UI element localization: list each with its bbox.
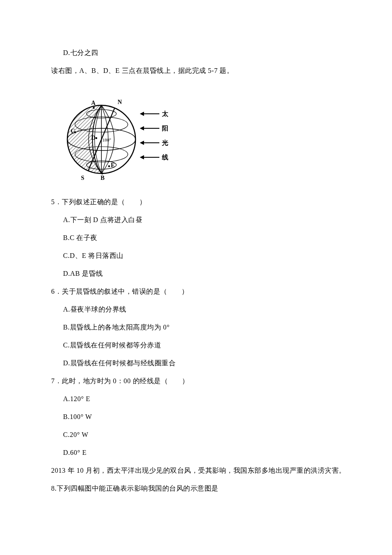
svg-point-10 bbox=[93, 107, 95, 109]
label-A: A bbox=[91, 100, 96, 106]
sunlight-arrows: 太 阳 光 线 bbox=[141, 107, 187, 165]
q5-stem: 5．下列叙述正确的是（ ） bbox=[51, 197, 360, 207]
q5-option-b: B.C 在子夜 bbox=[51, 233, 360, 243]
stem-q8-context: 2013 年 10 月初，西太平洋出现少见的双台风，受其影响，我国东部多地出现严… bbox=[51, 465, 360, 476]
q5-option-d: D.AB 是昏线 bbox=[51, 269, 360, 279]
q8-stem: 8.下列四幅图中能正确表示影响我国的台风的示意图是 bbox=[51, 483, 360, 494]
q7-option-b: B.100° W bbox=[51, 412, 360, 422]
arrow-label-light2: 线 bbox=[162, 153, 168, 162]
q7-stem: 7．此时，地方时为 0：00 的经线是（ ） bbox=[51, 376, 360, 386]
figure-globe: A N C D 180° E B S 太 阳 光 线 bbox=[63, 95, 174, 182]
svg-point-13 bbox=[95, 137, 97, 139]
q6-option-d: D.晨昏线在任何时候都与经线圈重合 bbox=[51, 358, 360, 368]
label-E: E bbox=[111, 162, 115, 168]
label-180: 180° bbox=[102, 137, 111, 142]
globe-svg: A N C D 180° E B S bbox=[63, 95, 140, 180]
q7-option-c: C.20° W bbox=[51, 430, 360, 440]
q6-option-a: A.昼夜半球的分界线 bbox=[51, 304, 360, 315]
label-C: C bbox=[71, 128, 75, 134]
arrow-icon bbox=[141, 113, 159, 114]
arrow-label-light1: 光 bbox=[162, 138, 168, 148]
q7-option-a: A.120° E bbox=[51, 394, 360, 404]
q4-option-d: D.七分之四 bbox=[51, 48, 360, 58]
svg-point-11 bbox=[101, 173, 103, 174]
label-N: N bbox=[118, 99, 122, 105]
svg-point-14 bbox=[108, 165, 110, 167]
q6-option-b: B.晨昏线上的各地太阳高度均为 0° bbox=[51, 322, 360, 332]
q7-option-d: D.60° E bbox=[51, 448, 360, 458]
arrow-icon bbox=[141, 157, 159, 158]
label-B: B bbox=[101, 175, 104, 180]
arrow-label-sun1: 太 bbox=[162, 109, 168, 119]
stem-q5-7: 读右图，A、B、D、E 三点在晨昏线上，据此完成 5-7 题。 bbox=[51, 66, 360, 76]
arrow-icon bbox=[141, 142, 159, 143]
arrow-icon bbox=[141, 128, 159, 129]
label-S: S bbox=[81, 175, 84, 180]
label-D: D bbox=[91, 135, 95, 141]
q6-stem: 6．关于晨昏线的叙述中，错误的是（ ） bbox=[51, 286, 360, 297]
q5-option-a: A.下一刻 D 点将进入白昼 bbox=[51, 215, 360, 225]
arrow-label-sun2: 阳 bbox=[162, 124, 168, 133]
q5-option-c: C.D、E 将日落西山 bbox=[51, 251, 360, 261]
q6-option-c: C.晨昏线在任何时候都等分赤道 bbox=[51, 340, 360, 350]
